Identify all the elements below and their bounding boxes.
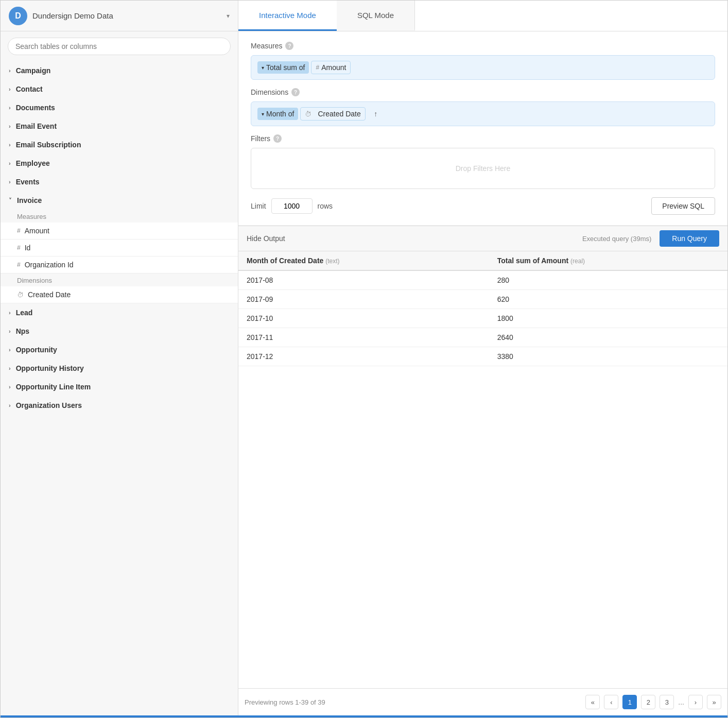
chevron-right-icon: › [9,347,11,353]
chevron-right-icon: › [9,86,11,92]
col-header-month: Month of Created Date (text) [238,251,489,270]
pagination-next-button[interactable]: › [688,695,703,709]
sidebar-list: › Campaign › Contact › Documents › Email… [1,61,238,715]
cell-month: 2017-09 [238,290,489,309]
measure-field-pill[interactable]: # Amount [311,61,351,74]
pagination-page-3[interactable]: 3 [660,695,674,709]
bottom-accent [1,715,727,717]
dimensions-pill-container: ▾ Month of ⏱ Created Date ↑ [251,101,715,126]
sidebar-item-events[interactable]: › Events [1,173,238,191]
table-header-row: Month of Created Date (text) Total sum o… [238,251,727,270]
dimensions-help-icon[interactable]: ? [291,88,300,96]
dimension-field-pill[interactable]: ⏱ Created Date [300,107,365,121]
table-row: 2017-101800 [238,309,727,328]
preview-sql-button[interactable]: Preview SQL [651,197,715,215]
cell-month: 2017-08 [238,270,489,290]
tab-interactive[interactable]: Interactive Mode [238,1,337,31]
filters-help-icon[interactable]: ? [273,134,282,143]
sidebar-item-opportunity-history[interactable]: › Opportunity History [1,359,238,378]
pill-dropdown-arrow: ▾ [262,65,264,71]
results-body: 2017-082802017-096202017-1018002017-1126… [238,270,727,366]
results-area: Month of Created Date (text) Total sum o… [238,251,727,688]
cell-month: 2017-12 [238,347,489,366]
right-panel: Measures ? ▾ Total sum of # Amount [238,31,727,715]
sidebar-field-created-date[interactable]: ⏱ Created Date [1,286,238,303]
pagination-last-button[interactable]: » [707,695,721,709]
results-table: Month of Created Date (text) Total sum o… [238,251,727,366]
sidebar-item-documents[interactable]: › Documents [1,98,238,117]
filters-drop-zone[interactable]: Drop Filters Here [251,148,715,189]
pagination-page-2[interactable]: 2 [641,695,655,709]
hash-icon: # [17,244,21,251]
dimension-agg-dropdown[interactable]: ▾ Month of [257,108,298,120]
sidebar-field-org-id[interactable]: # Organization Id [1,257,238,273]
hide-output-button[interactable]: Hide Output [247,234,285,243]
chevron-right-icon: › [9,384,11,390]
dimensions-label: Dimensions ? [251,88,715,96]
chevron-right-icon: › [9,123,11,129]
rows-label: rows [318,202,333,210]
pagination-first-button[interactable]: « [585,695,600,709]
sidebar-item-employee[interactable]: › Employee [1,154,238,173]
app-container: D Dundersign Demo Data ▾ Interactive Mod… [0,0,728,718]
tab-sql[interactable]: SQL Mode [337,1,415,31]
sidebar-item-contact[interactable]: › Contact [1,80,238,98]
chevron-right-icon: › [9,179,11,185]
tabs-header: Interactive Mode SQL Mode [238,1,727,31]
clock-icon: ⏱ [17,291,24,299]
app-logo: D [9,7,27,25]
cell-total: 3380 [489,347,727,366]
sidebar-item-invoice[interactable]: ˅ Invoice [1,191,238,210]
query-builder: Measures ? ▾ Total sum of # Amount [238,31,727,226]
measures-help-icon[interactable]: ? [285,42,293,50]
exec-info: Executed query (39ms) [582,235,651,243]
sidebar-item-opportunity-line-item[interactable]: › Opportunity Line Item [1,378,238,396]
sidebar-item-opportunity[interactable]: › Opportunity [1,340,238,359]
sidebar-item-email-subscription[interactable]: › Email Subscription [1,135,238,154]
measure-agg-dropdown[interactable]: ▾ Total sum of [257,61,309,74]
measures-section-header: Measures [1,210,238,223]
sidebar-item-email-event[interactable]: › Email Event [1,117,238,135]
chevron-right-icon: › [9,328,11,334]
chevron-right-icon: › [9,105,11,111]
app-name: Dundersign Demo Data [32,11,227,20]
table-row: 2017-112640 [238,328,727,347]
pagination-bar: Previewing rows 1-39 of 39 « ‹ 1 2 3 ...… [238,688,727,715]
measures-label: Measures ? [251,42,715,50]
sidebar-item-organization-users[interactable]: › Organization Users [1,396,238,415]
drop-placeholder: Drop Filters Here [456,164,511,173]
main-area: › Campaign › Contact › Documents › Email… [1,31,727,715]
cell-total: 620 [489,290,727,309]
table-row: 2017-09620 [238,290,727,309]
col-type-month: (text) [325,258,339,265]
search-input[interactable] [8,38,231,55]
hash-icon: # [17,227,21,234]
dimensions-section-header: Dimensions [1,273,238,286]
cell-total: 280 [489,270,727,290]
app-dropdown-arrow[interactable]: ▾ [227,12,230,20]
sidebar-field-id[interactable]: # Id [1,240,238,257]
cell-month: 2017-10 [238,309,489,328]
top-bar: D Dundersign Demo Data ▾ Interactive Mod… [1,1,727,31]
limit-row: Limit rows Preview SQL [251,197,715,215]
sort-button[interactable]: ↑ [370,108,382,120]
measure-pill[interactable]: ▾ Total sum of # Amount [257,61,351,74]
sidebar-item-lead[interactable]: › Lead [1,303,238,322]
sidebar-field-amount[interactable]: # Amount [1,223,238,240]
pagination-ellipsis: ... [678,698,684,706]
pagination-prev-button[interactable]: ‹ [604,695,618,709]
limit-input[interactable] [271,198,313,214]
sidebar-item-campaign[interactable]: › Campaign [1,61,238,80]
sidebar: › Campaign › Contact › Documents › Email… [1,31,238,715]
sidebar-item-nps[interactable]: › Nps [1,322,238,340]
chevron-right-icon: › [9,365,11,371]
run-query-button[interactable]: Run Query [660,230,719,247]
pagination-page-1[interactable]: 1 [622,695,637,709]
hash-icon: # [17,261,21,268]
pagination-info: Previewing rows 1-39 of 39 [245,698,325,706]
limit-label: Limit [251,202,266,210]
cell-month: 2017-11 [238,328,489,347]
chevron-right-icon: › [9,160,11,166]
cell-total: 1800 [489,309,727,328]
dimension-pill[interactable]: ▾ Month of ⏱ Created Date [257,107,366,121]
